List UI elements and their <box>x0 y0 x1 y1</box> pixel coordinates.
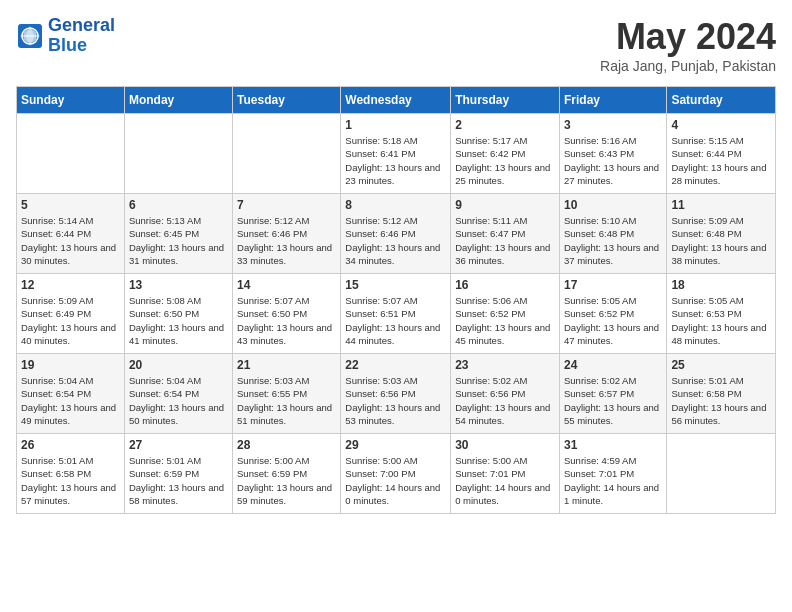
calendar-cell: 19Sunrise: 5:04 AM Sunset: 6:54 PM Dayli… <box>17 354 125 434</box>
calendar-table: SundayMondayTuesdayWednesdayThursdayFrid… <box>16 86 776 514</box>
day-info: Sunrise: 5:18 AM Sunset: 6:41 PM Dayligh… <box>345 134 446 187</box>
calendar-cell: 14Sunrise: 5:07 AM Sunset: 6:50 PM Dayli… <box>233 274 341 354</box>
day-number: 2 <box>455 118 555 132</box>
day-info: Sunrise: 5:03 AM Sunset: 6:55 PM Dayligh… <box>237 374 336 427</box>
calendar-cell: 28Sunrise: 5:00 AM Sunset: 6:59 PM Dayli… <box>233 434 341 514</box>
day-info: Sunrise: 5:08 AM Sunset: 6:50 PM Dayligh… <box>129 294 228 347</box>
day-info: Sunrise: 5:07 AM Sunset: 6:51 PM Dayligh… <box>345 294 446 347</box>
day-info: Sunrise: 5:09 AM Sunset: 6:49 PM Dayligh… <box>21 294 120 347</box>
calendar-cell: 11Sunrise: 5:09 AM Sunset: 6:48 PM Dayli… <box>667 194 776 274</box>
calendar-cell: 25Sunrise: 5:01 AM Sunset: 6:58 PM Dayli… <box>667 354 776 434</box>
calendar-cell: 16Sunrise: 5:06 AM Sunset: 6:52 PM Dayli… <box>451 274 560 354</box>
day-number: 28 <box>237 438 336 452</box>
header-friday: Friday <box>559 87 666 114</box>
logo: General Blue <box>16 16 115 56</box>
day-number: 3 <box>564 118 662 132</box>
title-block: May 2024 Raja Jang, Punjab, Pakistan <box>600 16 776 74</box>
day-info: Sunrise: 5:12 AM Sunset: 6:46 PM Dayligh… <box>237 214 336 267</box>
calendar-cell: 20Sunrise: 5:04 AM Sunset: 6:54 PM Dayli… <box>124 354 232 434</box>
day-number: 13 <box>129 278 228 292</box>
calendar-week-1: 5Sunrise: 5:14 AM Sunset: 6:44 PM Daylig… <box>17 194 776 274</box>
day-info: Sunrise: 5:07 AM Sunset: 6:50 PM Dayligh… <box>237 294 336 347</box>
calendar-cell: 5Sunrise: 5:14 AM Sunset: 6:44 PM Daylig… <box>17 194 125 274</box>
location: Raja Jang, Punjab, Pakistan <box>600 58 776 74</box>
calendar-cell <box>124 114 232 194</box>
header-wednesday: Wednesday <box>341 87 451 114</box>
day-number: 10 <box>564 198 662 212</box>
day-number: 8 <box>345 198 446 212</box>
day-number: 1 <box>345 118 446 132</box>
day-number: 11 <box>671 198 771 212</box>
day-number: 6 <box>129 198 228 212</box>
calendar-body: 1Sunrise: 5:18 AM Sunset: 6:41 PM Daylig… <box>17 114 776 514</box>
day-info: Sunrise: 5:04 AM Sunset: 6:54 PM Dayligh… <box>129 374 228 427</box>
logo-icon <box>16 22 44 50</box>
calendar-cell: 3Sunrise: 5:16 AM Sunset: 6:43 PM Daylig… <box>559 114 666 194</box>
header-monday: Monday <box>124 87 232 114</box>
day-number: 31 <box>564 438 662 452</box>
day-number: 20 <box>129 358 228 372</box>
day-number: 30 <box>455 438 555 452</box>
header-sunday: Sunday <box>17 87 125 114</box>
day-info: Sunrise: 5:16 AM Sunset: 6:43 PM Dayligh… <box>564 134 662 187</box>
header-tuesday: Tuesday <box>233 87 341 114</box>
calendar-cell: 13Sunrise: 5:08 AM Sunset: 6:50 PM Dayli… <box>124 274 232 354</box>
day-info: Sunrise: 5:11 AM Sunset: 6:47 PM Dayligh… <box>455 214 555 267</box>
day-number: 29 <box>345 438 446 452</box>
day-number: 7 <box>237 198 336 212</box>
calendar-cell: 18Sunrise: 5:05 AM Sunset: 6:53 PM Dayli… <box>667 274 776 354</box>
day-info: Sunrise: 5:02 AM Sunset: 6:57 PM Dayligh… <box>564 374 662 427</box>
day-number: 25 <box>671 358 771 372</box>
calendar-cell: 1Sunrise: 5:18 AM Sunset: 6:41 PM Daylig… <box>341 114 451 194</box>
calendar-cell: 7Sunrise: 5:12 AM Sunset: 6:46 PM Daylig… <box>233 194 341 274</box>
day-info: Sunrise: 5:05 AM Sunset: 6:52 PM Dayligh… <box>564 294 662 347</box>
day-number: 14 <box>237 278 336 292</box>
calendar-cell: 27Sunrise: 5:01 AM Sunset: 6:59 PM Dayli… <box>124 434 232 514</box>
day-number: 15 <box>345 278 446 292</box>
calendar-cell <box>667 434 776 514</box>
calendar-header-row: SundayMondayTuesdayWednesdayThursdayFrid… <box>17 87 776 114</box>
calendar-cell <box>233 114 341 194</box>
calendar-cell: 30Sunrise: 5:00 AM Sunset: 7:01 PM Dayli… <box>451 434 560 514</box>
page-header: General Blue May 2024 Raja Jang, Punjab,… <box>16 16 776 74</box>
calendar-cell: 9Sunrise: 5:11 AM Sunset: 6:47 PM Daylig… <box>451 194 560 274</box>
day-info: Sunrise: 5:02 AM Sunset: 6:56 PM Dayligh… <box>455 374 555 427</box>
day-info: Sunrise: 5:00 AM Sunset: 7:01 PM Dayligh… <box>455 454 555 507</box>
calendar-cell: 21Sunrise: 5:03 AM Sunset: 6:55 PM Dayli… <box>233 354 341 434</box>
day-number: 26 <box>21 438 120 452</box>
day-number: 9 <box>455 198 555 212</box>
calendar-cell: 24Sunrise: 5:02 AM Sunset: 6:57 PM Dayli… <box>559 354 666 434</box>
calendar-cell: 4Sunrise: 5:15 AM Sunset: 6:44 PM Daylig… <box>667 114 776 194</box>
header-thursday: Thursday <box>451 87 560 114</box>
logo-text: General Blue <box>48 16 115 56</box>
calendar-cell: 26Sunrise: 5:01 AM Sunset: 6:58 PM Dayli… <box>17 434 125 514</box>
day-info: Sunrise: 5:00 AM Sunset: 7:00 PM Dayligh… <box>345 454 446 507</box>
day-info: Sunrise: 5:00 AM Sunset: 6:59 PM Dayligh… <box>237 454 336 507</box>
calendar-cell: 23Sunrise: 5:02 AM Sunset: 6:56 PM Dayli… <box>451 354 560 434</box>
day-info: Sunrise: 5:13 AM Sunset: 6:45 PM Dayligh… <box>129 214 228 267</box>
calendar-cell: 6Sunrise: 5:13 AM Sunset: 6:45 PM Daylig… <box>124 194 232 274</box>
day-info: Sunrise: 5:01 AM Sunset: 6:59 PM Dayligh… <box>129 454 228 507</box>
day-number: 23 <box>455 358 555 372</box>
calendar-cell: 22Sunrise: 5:03 AM Sunset: 6:56 PM Dayli… <box>341 354 451 434</box>
day-info: Sunrise: 5:01 AM Sunset: 6:58 PM Dayligh… <box>671 374 771 427</box>
day-info: Sunrise: 5:17 AM Sunset: 6:42 PM Dayligh… <box>455 134 555 187</box>
day-number: 21 <box>237 358 336 372</box>
day-number: 18 <box>671 278 771 292</box>
day-number: 24 <box>564 358 662 372</box>
day-info: Sunrise: 5:01 AM Sunset: 6:58 PM Dayligh… <box>21 454 120 507</box>
day-info: Sunrise: 5:12 AM Sunset: 6:46 PM Dayligh… <box>345 214 446 267</box>
calendar-week-2: 12Sunrise: 5:09 AM Sunset: 6:49 PM Dayli… <box>17 274 776 354</box>
day-number: 22 <box>345 358 446 372</box>
day-number: 4 <box>671 118 771 132</box>
calendar-cell: 2Sunrise: 5:17 AM Sunset: 6:42 PM Daylig… <box>451 114 560 194</box>
calendar-cell <box>17 114 125 194</box>
calendar-cell: 10Sunrise: 5:10 AM Sunset: 6:48 PM Dayli… <box>559 194 666 274</box>
calendar-week-0: 1Sunrise: 5:18 AM Sunset: 6:41 PM Daylig… <box>17 114 776 194</box>
day-info: Sunrise: 5:14 AM Sunset: 6:44 PM Dayligh… <box>21 214 120 267</box>
day-number: 5 <box>21 198 120 212</box>
calendar-cell: 15Sunrise: 5:07 AM Sunset: 6:51 PM Dayli… <box>341 274 451 354</box>
calendar-cell: 29Sunrise: 5:00 AM Sunset: 7:00 PM Dayli… <box>341 434 451 514</box>
day-number: 19 <box>21 358 120 372</box>
header-saturday: Saturday <box>667 87 776 114</box>
